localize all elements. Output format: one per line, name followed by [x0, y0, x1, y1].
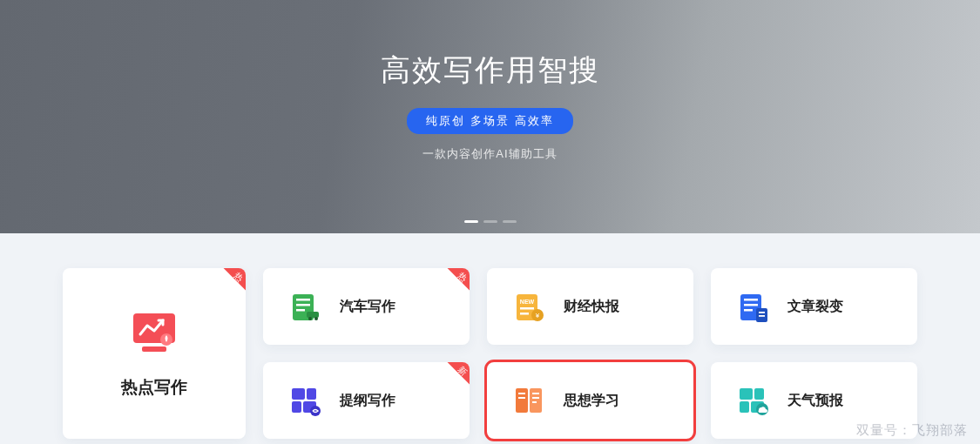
svg-rect-19 [744, 309, 753, 312]
card-label: 文章裂变 [787, 298, 843, 316]
hero-tagline-pill: 纯原创 多场景 高效率 [407, 108, 572, 134]
svg-rect-33 [532, 397, 539, 399]
carousel-dot[interactable] [503, 220, 517, 223]
svg-rect-17 [744, 299, 758, 301]
carousel-dot[interactable] [483, 220, 497, 223]
category-card-car-doc[interactable]: 热汽车写作 [263, 268, 470, 345]
category-grid: 热 热点写作 热汽车写作NEW¥财经快报文章裂变新提纲写作思想学习天气预报 [0, 233, 980, 439]
svg-text:NEW: NEW [520, 299, 535, 305]
svg-rect-32 [532, 393, 539, 394]
category-card-outline[interactable]: 新提纲写作 [263, 362, 470, 439]
outline-icon [287, 383, 322, 418]
svg-rect-4 [296, 299, 310, 301]
svg-point-9 [314, 317, 318, 320]
ribbon-badge: 热 [440, 268, 470, 298]
category-card-finance[interactable]: NEW¥财经快报 [487, 268, 693, 345]
svg-rect-21 [759, 312, 765, 313]
split-icon [735, 289, 770, 324]
hero-subtitle: 一款内容创作AI辅助工具 [422, 146, 557, 162]
svg-rect-37 [740, 401, 749, 413]
svg-text:¥: ¥ [535, 312, 540, 320]
svg-rect-31 [518, 397, 525, 399]
car-doc-icon [287, 289, 322, 324]
svg-point-27 [310, 406, 321, 416]
study-icon [511, 383, 546, 418]
finance-icon: NEW¥ [511, 289, 546, 324]
card-label: 天气预报 [787, 392, 843, 410]
svg-rect-13 [520, 313, 529, 315]
featured-card-label: 热点写作 [121, 376, 187, 399]
svg-rect-29 [530, 388, 542, 413]
svg-rect-30 [518, 393, 525, 394]
svg-rect-24 [307, 388, 316, 400]
featured-card-hot-writing[interactable]: 热 热点写作 [63, 268, 246, 439]
weather-icon [735, 383, 770, 418]
carousel-dot[interactable] [464, 220, 478, 223]
category-card-split[interactable]: 文章裂变 [711, 268, 917, 345]
category-card-study[interactable]: 思想学习 [487, 362, 693, 439]
svg-rect-6 [296, 309, 305, 312]
hero-title: 高效写作用智搜 [381, 50, 600, 91]
svg-rect-12 [520, 307, 534, 310]
svg-rect-25 [292, 401, 301, 413]
svg-rect-34 [532, 401, 537, 403]
svg-rect-35 [740, 388, 753, 400]
svg-rect-7 [307, 312, 319, 318]
svg-rect-18 [744, 304, 758, 306]
card-label: 思想学习 [564, 392, 619, 410]
svg-rect-28 [516, 388, 528, 413]
ribbon-badge: 新 [440, 362, 470, 392]
card-label: 财经快报 [564, 298, 619, 316]
card-label: 汽车写作 [340, 298, 395, 316]
svg-rect-5 [296, 304, 310, 306]
svg-rect-36 [754, 388, 764, 400]
carousel-dots[interactable] [464, 220, 517, 223]
hot-ribbon: 热 [216, 268, 246, 298]
hero-banner: 高效写作用智搜 纯原创 多场景 高效率 一款内容创作AI辅助工具 [0, 0, 980, 233]
trending-icon [130, 308, 179, 357]
watermark-text: 双量号：飞翔部落 [856, 422, 968, 439]
svg-point-8 [308, 317, 312, 320]
svg-rect-22 [759, 315, 765, 317]
svg-rect-1 [142, 346, 166, 352]
card-label: 提纲写作 [340, 392, 395, 410]
svg-rect-23 [292, 388, 305, 400]
